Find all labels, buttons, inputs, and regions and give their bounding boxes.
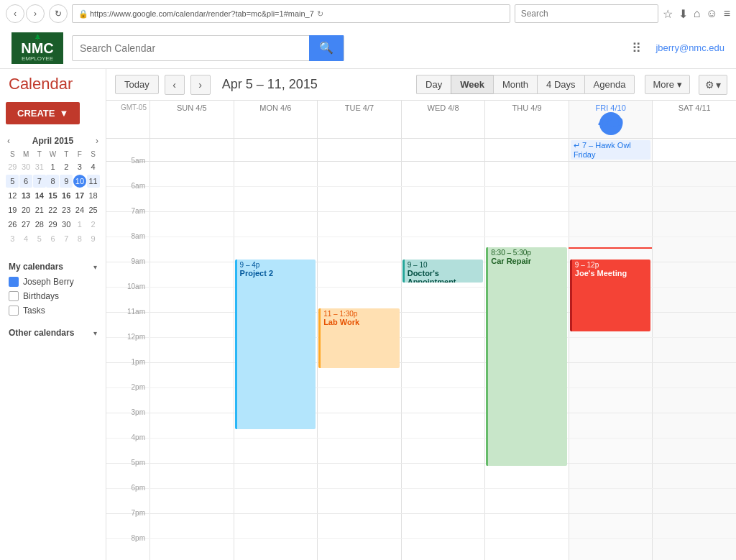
cal-cell-6-11[interactable] (652, 439, 736, 463)
view-button-month[interactable]: Month (493, 75, 537, 94)
today-button[interactable]: Today (115, 75, 159, 94)
mini-cal-day[interactable]: 28 (33, 218, 46, 231)
forward-button[interactable]: › (26, 4, 45, 23)
allday-cell-2[interactable] (317, 139, 401, 161)
cal-cell-4-13[interactable] (484, 489, 569, 513)
user-account[interactable]: jberry@nmc.edu (656, 42, 724, 53)
mini-cal-day[interactable]: 1 (73, 218, 86, 231)
cal-cell-6-7[interactable] (652, 338, 736, 362)
search-button[interactable]: 🔍 (309, 35, 344, 61)
mini-cal-day[interactable]: 30 (19, 160, 32, 173)
cal-cell-5-10[interactable] (569, 413, 653, 438)
mini-cal-day[interactable]: 17 (73, 189, 86, 202)
cal-cell-2-1[interactable] (317, 187, 401, 211)
mini-cal-day[interactable]: 25 (87, 203, 100, 216)
allday-cell-0[interactable] (150, 139, 234, 161)
mini-cal-day[interactable]: 18 (87, 189, 100, 202)
mini-cal-day[interactable]: 8 (46, 175, 59, 188)
allday-cell-4[interactable] (484, 139, 569, 161)
cal-cell-3-11[interactable] (401, 439, 485, 463)
mini-cal-day[interactable]: 22 (46, 203, 59, 216)
browser-search-input[interactable] (515, 4, 658, 23)
cal-cell-4-15[interactable] (484, 539, 569, 560)
mini-cal-day[interactable]: 1 (46, 160, 59, 173)
event-block[interactable]: 9 – 12pJoe's Meeting (570, 260, 651, 331)
cal-cell-2-11[interactable] (317, 439, 401, 463)
mini-cal-day[interactable]: 9 (60, 175, 73, 188)
cal-cell-0-7[interactable] (150, 338, 234, 362)
cal-cell-3-7[interactable] (401, 338, 485, 362)
prev-button[interactable]: ‹ (165, 75, 185, 95)
more-button[interactable]: More ▾ (645, 75, 690, 94)
cal-cell-4-1[interactable] (484, 187, 569, 211)
cal-cell-5-12[interactable] (569, 464, 653, 488)
cal-cell-3-0[interactable] (401, 162, 485, 186)
cal-cell-2-12[interactable] (317, 464, 401, 488)
cal-cell-5-0[interactable] (569, 162, 653, 186)
allday-event[interactable]: ↵ 7 – Hawk Owl Friday (571, 140, 651, 160)
cal-cell-5-7[interactable] (569, 338, 653, 362)
cal-cell-6-8[interactable] (652, 363, 736, 387)
cal-cell-2-3[interactable] (317, 237, 401, 262)
other-calendars-section[interactable]: Other calendars ▾ (6, 323, 100, 341)
cal-cell-2-9[interactable] (317, 388, 401, 413)
mini-cal-day[interactable]: 23 (60, 203, 73, 216)
cal-cell-0-0[interactable] (150, 162, 234, 186)
cal-cell-6-1[interactable] (652, 187, 736, 211)
cal-cell-2-14[interactable] (317, 514, 401, 538)
calendar-checkbox[interactable] (9, 291, 19, 301)
cal-cell-1-0[interactable] (234, 162, 318, 186)
event-block[interactable]: 9 – 10Doctor's Appointment (402, 260, 484, 283)
cal-cell-0-4[interactable] (150, 262, 234, 287)
cal-cell-2-2[interactable] (317, 212, 401, 237)
mini-cal-day[interactable]: 29 (46, 218, 59, 231)
cal-cell-6-0[interactable] (652, 162, 736, 186)
cal-cell-0-3[interactable] (150, 237, 234, 262)
mini-cal-day[interactable]: 20 (19, 203, 32, 216)
mini-cal-day[interactable]: 3 (73, 160, 86, 173)
cal-cell-6-6[interactable] (652, 313, 736, 337)
view-button-agenda[interactable]: Agenda (584, 75, 635, 94)
view-button-day[interactable]: Day (416, 75, 451, 94)
cal-cell-3-8[interactable] (401, 363, 485, 387)
cal-cell-1-12[interactable] (234, 464, 318, 488)
home-icon[interactable]: ⌂ (694, 7, 701, 20)
mini-cal-day[interactable]: 30 (60, 218, 73, 231)
mini-cal-day[interactable]: 24 (73, 203, 86, 216)
cal-cell-3-14[interactable] (401, 514, 485, 538)
cal-cell-0-14[interactable] (150, 514, 234, 538)
cal-cell-2-4[interactable] (317, 262, 401, 287)
mini-cal-day[interactable]: 2 (60, 160, 73, 173)
cal-cell-0-2[interactable] (150, 212, 234, 237)
my-calendars-toggle[interactable]: ▾ (93, 263, 97, 271)
cal-cell-6-15[interactable] (652, 539, 736, 560)
next-button[interactable]: › (190, 75, 211, 95)
cal-cell-0-9[interactable] (150, 388, 234, 413)
menu-icon[interactable]: ≡ (724, 7, 730, 20)
cal-cell-3-12[interactable] (401, 464, 485, 488)
allday-cell-6[interactable] (652, 139, 736, 161)
allday-cell-1[interactable] (234, 139, 318, 161)
cal-cell-0-8[interactable] (150, 363, 234, 387)
back-button[interactable]: ‹ (6, 4, 24, 23)
cal-cell-0-10[interactable] (150, 413, 234, 438)
view-button-4-days[interactable]: 4 Days (537, 75, 584, 94)
cal-cell-6-12[interactable] (652, 464, 736, 488)
settings-button[interactable]: ⚙ ▾ (699, 75, 727, 95)
cal-cell-5-13[interactable] (569, 489, 653, 513)
mini-cal-day[interactable]: 19 (6, 203, 19, 216)
url-bar[interactable]: 🔒 https://www.google.com/calendar/render… (72, 4, 510, 23)
calendar-item[interactable]: Birthdays (6, 289, 100, 303)
cal-cell-1-2[interactable] (234, 212, 318, 237)
cal-cell-6-10[interactable] (652, 413, 736, 438)
mini-cal-day[interactable]: 7 (60, 232, 73, 245)
mini-cal-day[interactable]: 9 (87, 232, 100, 245)
cal-cell-5-15[interactable] (569, 539, 653, 560)
download-icon[interactable]: ⬇ (678, 7, 688, 21)
cal-cell-3-2[interactable] (401, 212, 485, 237)
cal-cell-2-0[interactable] (317, 162, 401, 186)
mini-cal-day[interactable]: 27 (19, 218, 32, 231)
mini-cal-day[interactable]: 10 (73, 175, 86, 188)
cal-cell-3-1[interactable] (401, 187, 485, 211)
mini-cal-day[interactable]: 16 (60, 189, 73, 202)
